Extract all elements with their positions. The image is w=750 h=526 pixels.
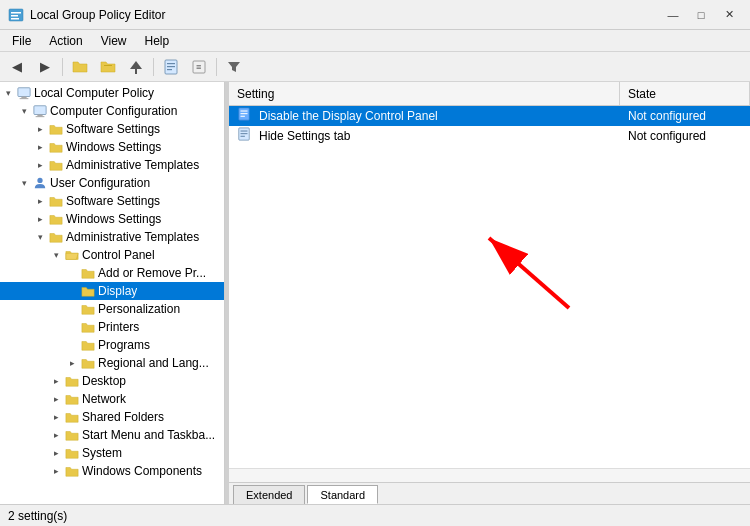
close-button[interactable]: ✕ bbox=[716, 5, 742, 25]
tree-label-regional: Regional and Lang... bbox=[98, 356, 209, 370]
menu-help[interactable]: Help bbox=[137, 32, 178, 50]
computer-icon bbox=[32, 103, 48, 119]
title-bar: Local Group Policy Editor — □ ✕ bbox=[0, 0, 750, 30]
svg-rect-4 bbox=[104, 65, 112, 66]
menu-view[interactable]: View bbox=[93, 32, 135, 50]
state-cell-hide-settings: Not configured bbox=[620, 129, 750, 143]
folder-icon bbox=[80, 283, 96, 299]
tree-toggle-windows-settings-cc[interactable]: ▸ bbox=[32, 139, 48, 155]
folder-icon bbox=[80, 301, 96, 317]
separator1 bbox=[62, 58, 63, 76]
tree-item-computer-config[interactable]: ▾ Computer Configuration bbox=[0, 102, 224, 120]
tree-toggle-system[interactable]: ▸ bbox=[48, 445, 64, 461]
tree-item-windows-components[interactable]: ▸ Windows Components bbox=[0, 462, 224, 480]
tree-toggle-programs bbox=[64, 337, 80, 353]
toolbar-policy-btn[interactable] bbox=[158, 55, 184, 79]
tree-label-personalization: Personalization bbox=[98, 302, 180, 316]
tree-item-personalization[interactable]: Personalization bbox=[0, 300, 224, 318]
tree-toggle-local-policy[interactable]: ▾ bbox=[0, 85, 16, 101]
folder-icon bbox=[80, 355, 96, 371]
tree-toggle-windows-settings-uc[interactable]: ▸ bbox=[32, 211, 48, 227]
toolbar-folder-btn1[interactable] bbox=[67, 55, 93, 79]
toolbar-properties-btn[interactable]: ≡ bbox=[186, 55, 212, 79]
tab-standard[interactable]: Standard bbox=[307, 485, 378, 504]
scrollbar-area[interactable] bbox=[229, 468, 750, 482]
tree-toggle-desktop[interactable]: ▸ bbox=[48, 373, 64, 389]
folder-icon bbox=[64, 463, 80, 479]
tree-label-programs: Programs bbox=[98, 338, 150, 352]
folder-icon bbox=[64, 445, 80, 461]
tree-item-control-panel[interactable]: ▾ Control Panel bbox=[0, 246, 224, 264]
folder-icon bbox=[64, 409, 80, 425]
list-item-disable-display[interactable]: Disable the Display Control PanelNot con… bbox=[229, 106, 750, 126]
minimize-button[interactable]: — bbox=[660, 5, 686, 25]
forward-button[interactable]: ▶ bbox=[32, 55, 58, 79]
tree-item-windows-settings-uc[interactable]: ▸ Windows Settings bbox=[0, 210, 224, 228]
tree-toggle-user-config[interactable]: ▾ bbox=[16, 175, 32, 191]
tree-item-software-settings-cc[interactable]: ▸ Software Settings bbox=[0, 120, 224, 138]
tree-item-desktop[interactable]: ▸ Desktop bbox=[0, 372, 224, 390]
tree-toggle-shared-folders[interactable]: ▸ bbox=[48, 409, 64, 425]
tree-item-programs[interactable]: Programs bbox=[0, 336, 224, 354]
column-setting[interactable]: Setting bbox=[229, 82, 620, 105]
toolbar-filter-btn[interactable] bbox=[221, 55, 247, 79]
tree-label-desktop: Desktop bbox=[82, 374, 126, 388]
tree-item-network[interactable]: ▸ Network bbox=[0, 390, 224, 408]
tree-item-regional[interactable]: ▸ Regional and Lang... bbox=[0, 354, 224, 372]
tree-label-windows-components: Windows Components bbox=[82, 464, 202, 478]
menu-action[interactable]: Action bbox=[41, 32, 90, 50]
list-item-hide-settings[interactable]: Hide Settings tabNot configured bbox=[229, 126, 750, 146]
tree-toggle-windows-components[interactable]: ▸ bbox=[48, 463, 64, 479]
svg-rect-22 bbox=[241, 116, 245, 117]
tree-toggle-regional[interactable]: ▸ bbox=[64, 355, 80, 371]
tree-item-printers[interactable]: Printers bbox=[0, 318, 224, 336]
policy-icon bbox=[237, 127, 255, 144]
tree-toggle-start-menu[interactable]: ▸ bbox=[48, 427, 64, 443]
tree-item-software-settings-uc[interactable]: ▸ Software Settings bbox=[0, 192, 224, 210]
tree-item-add-remove[interactable]: Add or Remove Pr... bbox=[0, 264, 224, 282]
svg-rect-8 bbox=[167, 69, 172, 70]
toolbar-up-btn[interactable] bbox=[123, 55, 149, 79]
tree-toggle-control-panel[interactable]: ▾ bbox=[48, 247, 64, 263]
folder-icon bbox=[48, 229, 64, 245]
toolbar-folder-btn2[interactable] bbox=[95, 55, 121, 79]
tree-item-local-policy[interactable]: ▾ Local Computer Policy bbox=[0, 84, 224, 102]
tree-label-printers: Printers bbox=[98, 320, 139, 334]
tree-toggle-network[interactable]: ▸ bbox=[48, 391, 64, 407]
tree-item-display[interactable]: Display bbox=[0, 282, 224, 300]
svg-text:≡: ≡ bbox=[196, 62, 201, 72]
tree-toggle-display bbox=[64, 283, 80, 299]
tree-toggle-admin-templates-cc[interactable]: ▸ bbox=[32, 157, 48, 173]
tree-label-start-menu: Start Menu and Taskba... bbox=[82, 428, 215, 442]
computer-icon bbox=[16, 85, 32, 101]
back-button[interactable]: ◀ bbox=[4, 55, 30, 79]
column-state[interactable]: State bbox=[620, 82, 750, 105]
policy-icon bbox=[237, 107, 255, 124]
tree-label-control-panel: Control Panel bbox=[82, 248, 155, 262]
tree-item-windows-settings-cc[interactable]: ▸ Windows Settings bbox=[0, 138, 224, 156]
tree-item-shared-folders[interactable]: ▸ Shared Folders bbox=[0, 408, 224, 426]
tree-toggle-software-settings-cc[interactable]: ▸ bbox=[32, 121, 48, 137]
app-icon bbox=[8, 7, 24, 23]
menu-file[interactable]: File bbox=[4, 32, 39, 50]
tab-extended[interactable]: Extended bbox=[233, 485, 305, 504]
tree-toggle-admin-templates-uc[interactable]: ▾ bbox=[32, 229, 48, 245]
folder-icon bbox=[64, 373, 80, 389]
svg-point-18 bbox=[37, 178, 42, 183]
tree-item-system[interactable]: ▸ System bbox=[0, 444, 224, 462]
state-cell-disable-display: Not configured bbox=[620, 109, 750, 123]
tree-label-windows-settings-uc: Windows Settings bbox=[66, 212, 161, 226]
folder-icon bbox=[48, 211, 64, 227]
folder-icon bbox=[48, 139, 64, 155]
tree-item-user-config[interactable]: ▾ User Configuration bbox=[0, 174, 224, 192]
tree-item-admin-templates-uc[interactable]: ▾ Administrative Templates bbox=[0, 228, 224, 246]
maximize-button[interactable]: □ bbox=[688, 5, 714, 25]
tree-item-start-menu[interactable]: ▸ Start Menu and Taskba... bbox=[0, 426, 224, 444]
tree-item-admin-templates-cc[interactable]: ▸ Administrative Templates bbox=[0, 156, 224, 174]
tree-label-windows-settings-cc: Windows Settings bbox=[66, 140, 161, 154]
svg-rect-17 bbox=[36, 116, 45, 117]
svg-rect-24 bbox=[241, 131, 248, 132]
tree-toggle-computer-config[interactable]: ▾ bbox=[16, 103, 32, 119]
list-header: Setting State bbox=[229, 82, 750, 106]
tree-toggle-software-settings-uc[interactable]: ▸ bbox=[32, 193, 48, 209]
